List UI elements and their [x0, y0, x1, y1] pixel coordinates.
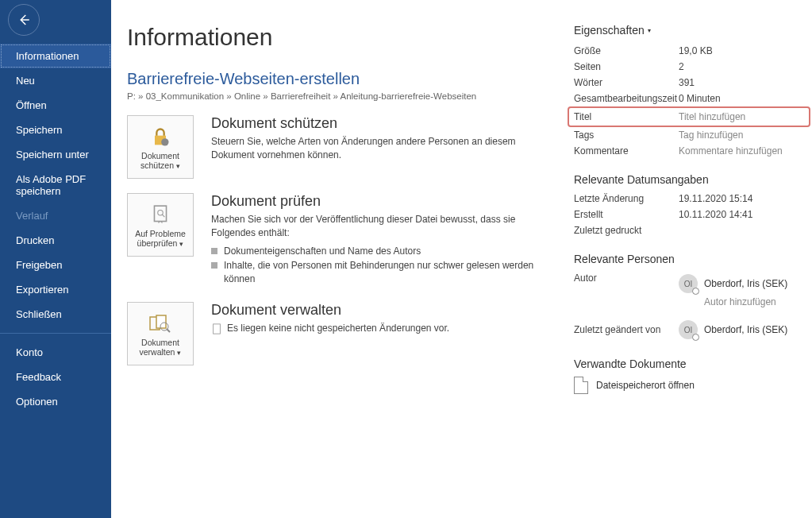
- prop-modified-value: 19.11.2020 15:14: [679, 193, 752, 204]
- svg-rect-6: [214, 324, 221, 334]
- inspect-item: Dokumenteigenschaften und Name des Autor…: [211, 245, 542, 258]
- prop-tags-label: Tags: [574, 130, 679, 141]
- manage-document-tile[interactable]: Dokument verwalten▾: [127, 302, 194, 365]
- protect-tile-label: Dokument schützen: [140, 151, 179, 170]
- prop-comments-label: Kommentare: [574, 145, 679, 157]
- sidebar-item-print[interactable]: Drucken: [0, 228, 111, 253]
- prop-words-label: Wörter: [574, 77, 679, 88]
- chevron-down-icon: ▾: [648, 27, 651, 34]
- prop-tags-value[interactable]: Tag hinzufügen: [679, 130, 743, 141]
- linked-header: Verwandte Dokumente: [574, 358, 806, 370]
- protect-section-title: Dokument schützen: [211, 115, 542, 132]
- bullet-icon: [211, 262, 217, 269]
- open-file-location[interactable]: Dateispeicherort öffnen: [574, 377, 806, 394]
- lock-icon: [149, 126, 171, 149]
- prop-printed-label: Zuletzt gedruckt: [574, 225, 679, 236]
- prop-lastmodby-label: Zuletzt geändert von: [574, 324, 679, 335]
- inspect-section-title: Dokument prüfen: [211, 193, 542, 210]
- presence-indicator: [692, 334, 699, 341]
- author-name: Oberdorf, Iris (SEK): [704, 278, 787, 289]
- dates-header: Relevante Datumsangaben: [574, 173, 806, 186]
- prop-title-row-highlighted: Titel Titel hinzufügen: [568, 106, 810, 127]
- svg-rect-1: [154, 206, 166, 221]
- author-person[interactable]: OI Oberdorf, Iris (SEK): [679, 273, 787, 295]
- manage-section-desc: Es liegen keine nicht gespeicherten Ände…: [211, 322, 542, 335]
- breadcrumb: P: » 03_Kommunikation » Online » Barrier…: [127, 91, 542, 101]
- prop-pages-label: Seiten: [574, 61, 679, 72]
- page-title: Informationen: [127, 24, 542, 51]
- manage-icon: [148, 314, 172, 334]
- prop-size-value: 19,0 KB: [679, 45, 713, 56]
- prop-title-label: Titel: [574, 111, 679, 122]
- inspect-icon: [150, 204, 171, 226]
- svg-point-0: [161, 138, 168, 145]
- sidebar-item-save[interactable]: Speichern: [0, 118, 111, 142]
- back-button[interactable]: [8, 4, 40, 36]
- lastmod-name: Oberdorf, Iris (SEK): [704, 324, 787, 335]
- main-content: Informationen Barrierefreie-Webseiten-er…: [111, 0, 812, 518]
- chevron-down-icon: ▾: [179, 240, 183, 248]
- sidebar-item-new[interactable]: Neu: [0, 68, 111, 93]
- bullet-icon: [211, 248, 217, 254]
- presence-indicator: [692, 288, 699, 295]
- prop-title-value[interactable]: Titel hinzufügen: [679, 111, 745, 122]
- sidebar-item-saveas[interactable]: Speichern unter: [0, 142, 111, 167]
- add-author-field[interactable]: Autor hinzufügen: [704, 296, 787, 307]
- avatar: OI: [679, 274, 698, 293]
- prop-modified-label: Letzte Änderung: [574, 193, 679, 204]
- prop-size-label: Größe: [574, 45, 679, 56]
- sidebar-item-close[interactable]: Schließen: [0, 302, 111, 327]
- document-icon: [574, 377, 588, 394]
- protect-section-desc: Steuern Sie, welche Arten von Änderungen…: [211, 135, 542, 162]
- properties-dropdown[interactable]: Eigenschaften▾: [574, 24, 806, 37]
- prop-comments-value[interactable]: Kommentare hinzufügen: [679, 145, 783, 157]
- prop-author-label: Autor: [574, 273, 679, 284]
- sidebar-item-information[interactable]: Informationen: [0, 44, 111, 68]
- sidebar-divider: [0, 333, 111, 334]
- inspect-item: Inhalte, die von Personen mit Behinderun…: [211, 259, 542, 286]
- prop-pages-value: 2: [679, 61, 684, 72]
- document-icon: [211, 323, 222, 334]
- chevron-down-icon: ▾: [177, 349, 181, 357]
- prop-edittime-label: Gesamtbearbeitungszeit: [574, 93, 679, 104]
- sidebar-item-account[interactable]: Konto: [0, 340, 111, 365]
- avatar: OI: [679, 320, 698, 339]
- document-name: Barrierefreie-Webseiten-erstellen: [127, 70, 542, 88]
- sidebar-item-share[interactable]: Freigeben: [0, 253, 111, 277]
- sidebar-item-savepdf[interactable]: Als Adobe PDF speichern: [0, 167, 111, 203]
- prop-created-value: 10.11.2020 14:41: [679, 209, 752, 220]
- protect-document-tile[interactable]: Dokument schützen▾: [127, 115, 194, 179]
- backstage-sidebar: Informationen Neu Öffnen Speichern Speic…: [0, 0, 111, 518]
- svg-rect-4: [156, 315, 166, 328]
- chevron-down-icon: ▾: [176, 162, 180, 170]
- sidebar-item-export[interactable]: Exportieren: [0, 277, 111, 302]
- sidebar-item-feedback[interactable]: Feedback: [0, 365, 111, 389]
- arrow-left-icon: [17, 13, 31, 27]
- prop-words-value: 391: [679, 77, 695, 88]
- sidebar-item-open[interactable]: Öffnen: [0, 93, 111, 118]
- manage-tile-label: Dokument verwalten: [140, 338, 179, 357]
- sidebar-item-history: Verlauf: [0, 203, 111, 228]
- lastmod-person[interactable]: OI Oberdorf, Iris (SEK): [679, 319, 787, 341]
- manage-section-title: Dokument verwalten: [211, 302, 542, 319]
- prop-edittime-value: 0 Minuten: [679, 93, 721, 104]
- inspect-section-desc: Machen Sie sich vor der Veröffentlichung…: [211, 213, 542, 240]
- inspect-document-tile[interactable]: Auf Probleme überprüfen▾: [127, 193, 194, 257]
- inspect-tile-label: Auf Probleme überprüfen: [135, 229, 186, 248]
- prop-created-label: Erstellt: [574, 209, 679, 220]
- people-header: Relevante Personen: [574, 253, 806, 265]
- sidebar-item-options[interactable]: Optionen: [0, 389, 111, 414]
